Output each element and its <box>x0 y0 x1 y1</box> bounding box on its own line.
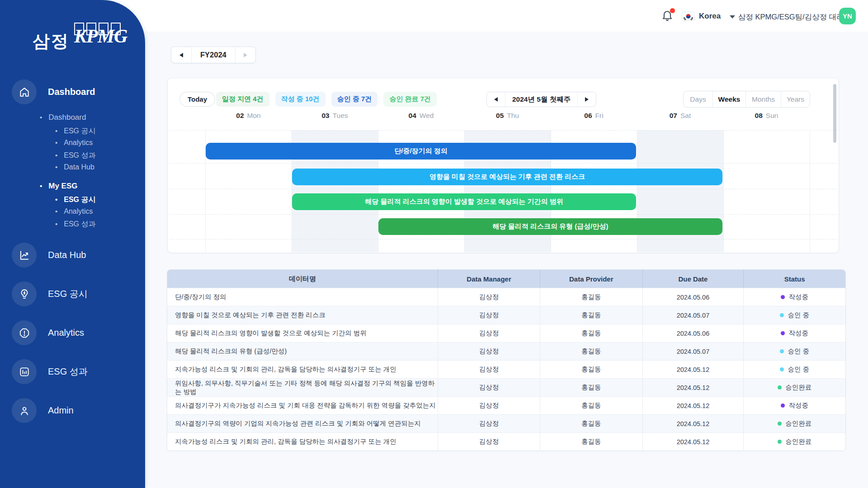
day-header-fri: 06Fri <box>551 112 637 120</box>
table-row[interactable]: 위임사항, 의무사항, 직무기술서 또는 기타 정책 등에 해당 의사결정 기구… <box>167 378 845 396</box>
column-header-name: 데이터명 <box>167 270 438 288</box>
gantt-bar-1[interactable]: 단/중/장기의 정의 <box>206 143 636 160</box>
fiscal-year-prev-button[interactable] <box>171 47 192 63</box>
table-row[interactable]: 의사결정기구가 지속가능성 리스크 및 기회 대응 전략을 감독하기 위한 역량… <box>167 396 845 414</box>
status-badge: 승인 중 <box>788 311 809 319</box>
sidebar-item-esg-performance[interactable]: ESG 성과 <box>12 359 88 384</box>
chevron-down-icon[interactable] <box>730 15 735 19</box>
status-cell: 작성중 <box>743 288 845 306</box>
status-badge: 승인완료 <box>785 419 811 428</box>
table-row[interactable]: 해당 물리적 리스크의 유형 (급성/만성) 김상정 홍길동 2024.05.0… <box>167 342 845 360</box>
status-badge: 작성중 <box>788 293 808 301</box>
sidebar-subitem-dashboard[interactable]: Dashboard <box>40 113 86 122</box>
sidebar-item-data-hub[interactable]: Data Hub <box>12 243 86 267</box>
status-dot <box>778 440 782 444</box>
day-header-sun: 08Sun <box>723 112 810 120</box>
gantt-bar-2[interactable]: 영향을 미칠 것으로 예상되는 기후 관련 전환 리스크 <box>292 169 722 185</box>
status-badge: 작성중 <box>788 329 808 338</box>
status-dot <box>778 385 782 389</box>
line-chart-icon <box>12 243 37 267</box>
fiscal-year-label: FY2024 <box>192 47 235 63</box>
alert-icon <box>12 320 37 345</box>
chevron-right-icon <box>585 97 589 102</box>
gantt-bar-3[interactable]: 해당 물리적 리스크의 영향이 발생할 것으로 예상되는 기간의 범위 <box>292 193 636 210</box>
notification-badge <box>670 8 675 13</box>
column-header-due: Due Date <box>642 270 744 288</box>
table-row[interactable]: 단/중/장기의 정의 김상정 홍길동 2024.05.06 작성중 <box>167 288 845 306</box>
sidebar-subitem-my-esg-disclosure[interactable]: ESG 공시 <box>55 195 96 205</box>
status-dot <box>781 295 785 299</box>
sidebar-item-esg-disclosure[interactable]: ESG 공시 <box>12 282 88 306</box>
badge-delayed[interactable]: 일정 지연 4건 <box>216 92 269 107</box>
status-dot <box>778 422 782 426</box>
sidebar-item-admin[interactable]: Admin <box>12 398 74 423</box>
chevron-left-icon <box>494 97 498 102</box>
table-row[interactable]: 의사결정기구의 역량이 기업의 지속가능성 관련 리스크 및 기회와 어떻게 연… <box>167 414 845 432</box>
view-months[interactable]: Months <box>745 91 781 107</box>
sidebar-subitem-esg-disclosure[interactable]: ESG 공시 <box>55 127 96 136</box>
day-header-mon: 02Mon <box>205 112 292 120</box>
status-cell: 작성중 <box>743 397 845 414</box>
status-dot <box>780 367 784 371</box>
status-cell: 승인완료 <box>743 379 845 396</box>
gantt-bar-4[interactable]: 해당 물리적 리스크의 유형 (급성/만성) <box>378 218 722 235</box>
fiscal-year-selector: FY2024 <box>171 47 256 63</box>
kpmg-logo: 삼정 KPMG <box>33 23 128 53</box>
schedule-calendar-card: Today 일정 지연 4건 작성 중 10건 승인 중 7건 승인 완료 7건… <box>167 78 839 253</box>
day-header-sat: 07Sat <box>637 112 723 120</box>
sidebar-subitem-my-esg-performance[interactable]: ESG 성과 <box>55 220 96 229</box>
column-header-provider: Data Provider <box>540 270 642 288</box>
view-days[interactable]: Days <box>684 91 712 107</box>
app-window: Korea 삼정 KPMG/ESG팀/김상정 대리 YN 삼정 KPMG Das… <box>0 0 868 488</box>
badge-approved[interactable]: 승인 완료 7건 <box>383 92 437 107</box>
badge-writing[interactable]: 작성 중 10건 <box>275 92 326 107</box>
status-badge: 승인완료 <box>785 437 811 446</box>
table-row[interactable]: 지속가능성 리스크 및 기회의 관리, 감독을 담당하는 의사결정기구 또는 개… <box>167 432 845 450</box>
table-row[interactable]: 영향을 미칠 것으로 예상되는 기후 관련 전환 리스크 김상정 홍길동 202… <box>167 306 845 324</box>
view-weeks[interactable]: Weeks <box>712 91 745 107</box>
status-cell: 승인 중 <box>743 306 845 324</box>
sidebar-item-dashboard[interactable]: Dashboard <box>12 80 95 104</box>
status-badges: 일정 지연 4건 작성 중 10건 승인 중 7건 승인 완료 7건 <box>216 92 437 107</box>
fiscal-year-next-button[interactable] <box>235 47 255 63</box>
user-icon <box>12 398 37 423</box>
logo-kpmg-text: KPMG <box>74 25 128 47</box>
korea-flag-icon <box>682 12 695 21</box>
week-navigator: 2024년 5월 첫째주 <box>486 92 596 107</box>
status-cell: 승인완료 <box>743 433 845 450</box>
chevron-right-icon <box>244 53 247 57</box>
chevron-left-icon <box>179 53 183 57</box>
badge-approving[interactable]: 승인 중 7건 <box>331 92 378 107</box>
status-badge: 작성중 <box>788 401 808 410</box>
table-row[interactable]: 지속가능성 리스크 및 기회의 관리, 감독을 담당하는 의사결정기구 또는 개… <box>167 360 845 378</box>
status-dot <box>780 313 784 317</box>
sidebar-subitem-my-esg[interactable]: My ESG <box>40 182 78 191</box>
sidebar-subitem-my-analytics[interactable]: Analytics <box>55 207 93 216</box>
status-cell: 승인완료 <box>743 415 845 432</box>
status-badge: 승인 중 <box>788 347 809 356</box>
view-years[interactable]: Years <box>781 91 810 107</box>
sidebar-item-analytics[interactable]: Analytics <box>12 320 84 345</box>
table-row[interactable]: 해당 물리적 리스크의 영향이 발생할 것으로 예상되는 기간의 범위 김상정 … <box>167 324 845 342</box>
bar-chart-icon <box>12 359 37 384</box>
status-dot <box>781 404 785 408</box>
week-prev-button[interactable] <box>487 92 505 107</box>
avatar[interactable]: YN <box>839 8 856 24</box>
calendar-scrollbar[interactable] <box>833 84 836 143</box>
status-cell: 승인 중 <box>743 361 845 378</box>
country-selector-label[interactable]: Korea <box>699 12 721 21</box>
status-cell: 작성중 <box>743 324 845 342</box>
sidebar-subitem-analytics[interactable]: Analytics <box>55 139 93 147</box>
week-next-button[interactable] <box>577 92 596 107</box>
day-header-tues: 03Tues <box>292 112 378 120</box>
today-button[interactable]: Today <box>179 92 215 107</box>
user-name: 삼정 KPMG/ESG팀/김상정 대리 <box>738 12 833 22</box>
sidebar: 삼정 KPMG Dashboard Dashboard ESG 공시 Analy… <box>0 0 145 488</box>
table-header: 데이터명 Data Manager Data Provider Due Date… <box>167 270 845 288</box>
sidebar-subitem-data-hub[interactable]: Data Hub <box>55 163 94 171</box>
sidebar-subitem-esg-performance[interactable]: ESG 성과 <box>55 151 96 160</box>
week-label: 2024년 5월 첫째주 <box>505 92 577 107</box>
status-dot <box>781 331 785 335</box>
lightbulb-icon <box>12 282 37 306</box>
notification-button[interactable] <box>661 9 675 23</box>
